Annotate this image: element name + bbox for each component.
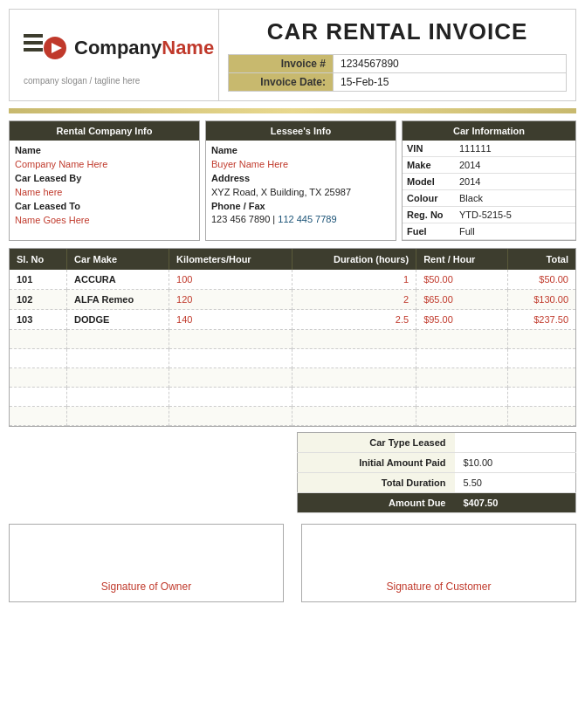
company-name-dark: Company — [74, 37, 162, 58]
table-cell-empty — [508, 330, 575, 349]
table-cell-empty — [292, 349, 416, 368]
table-row: 103DODGE1402.5$95.00$237.50 — [10, 310, 575, 330]
invoice-number-label: Invoice # — [229, 55, 334, 73]
main-table-header-row: Sl. No Car Make Kilometers/Hour Duration… — [10, 249, 575, 270]
car-info-label: VIN — [403, 141, 455, 157]
rental-leased-to-label-row: Car Leased To — [15, 200, 194, 212]
invoice-title: CAR RENTAL INVOICE — [267, 18, 528, 45]
table-cell-empty — [169, 388, 292, 407]
table-cell: 2 — [292, 290, 416, 310]
car-info-row: FuelFull — [403, 223, 575, 240]
table-cell: 2.5 — [292, 310, 416, 330]
table-cell: $237.50 — [508, 310, 575, 330]
car-info-value: 2014 — [455, 157, 575, 174]
logo-section: CompanyName company slogan / tagline her… — [10, 10, 219, 100]
invoice-details-table: Invoice # 1234567890 Invoice Date: 15-Fe… — [228, 54, 567, 92]
car-info-label: Colour — [403, 190, 455, 207]
table-cell-empty — [67, 349, 169, 368]
rental-info-header: Rental Company Info — [10, 121, 199, 141]
totals-car-type-value — [455, 433, 576, 453]
lessee-address-value-row: XYZ Road, X Building, TX 25987 — [211, 186, 390, 198]
table-cell-empty — [416, 368, 508, 388]
table-cell-empty — [292, 330, 416, 349]
main-table-body: 101ACCURA1001$50.00$50.00102ALFA Remeo12… — [10, 270, 575, 426]
table-row-empty — [10, 388, 575, 407]
lessee-name-label-row: Name — [211, 144, 390, 156]
table-cell-empty — [292, 368, 416, 388]
lessee-name-value-row: Buyer Name Here — [211, 158, 390, 170]
table-row: 101ACCURA1001$50.00$50.00 — [10, 270, 575, 290]
table-cell-empty — [292, 407, 416, 426]
table-cell-empty — [67, 330, 169, 349]
table-cell-empty — [416, 388, 508, 407]
info-sections: Rental Company Info Name Company Name He… — [9, 120, 576, 241]
lessee-name-label: Name — [211, 145, 237, 155]
table-cell-empty — [508, 368, 575, 388]
table-cell-empty — [169, 368, 292, 388]
company-name-red: Name — [162, 37, 214, 58]
totals-duration-row: Total Duration 5.50 — [298, 473, 576, 493]
totals-duration-label: Total Duration — [298, 473, 455, 493]
totals-duration-value: 5.50 — [455, 473, 576, 493]
svg-rect-2 — [24, 48, 43, 52]
lessee-address-value: XYZ Road, X Building, TX 25987 — [211, 187, 351, 197]
invoice-title-section: CAR RENTAL INVOICE Invoice # 1234567890 … — [219, 10, 575, 100]
rental-leased-to-value: Name Goes Here — [15, 215, 90, 225]
table-cell-empty — [67, 368, 169, 388]
table-cell-empty — [416, 349, 508, 368]
rental-name-value-row: Company Name Here — [15, 158, 194, 170]
totals-initial-row: Initial Amount Paid $10.00 — [298, 453, 576, 473]
col-total: Total — [508, 249, 575, 270]
lessee-name-value: Buyer Name Here — [211, 159, 288, 169]
rental-name-label: Name — [15, 145, 41, 155]
gold-divider — [9, 108, 576, 113]
totals-initial-label: Initial Amount Paid — [298, 453, 455, 473]
car-info-value: 2014 — [455, 174, 575, 190]
main-table-head: Sl. No Car Make Kilometers/Hour Duration… — [10, 249, 575, 270]
table-cell-empty — [508, 407, 575, 426]
table-cell-empty — [169, 349, 292, 368]
col-km-hour: Kilometers/Hour — [169, 249, 292, 270]
table-cell-empty — [67, 407, 169, 426]
table-cell-empty — [508, 349, 575, 368]
rental-leased-by-label-row: Car Leased By — [15, 172, 194, 184]
logo-icon — [22, 25, 67, 71]
col-duration: Duration (hours) — [292, 249, 416, 270]
rental-info-body: Name Company Name Here Car Leased By Nam… — [10, 141, 199, 231]
col-car-make: Car Make — [67, 249, 169, 270]
owner-signature-label: Signature of Owner — [101, 580, 191, 593]
table-row: 102ALFA Remeo1202$65.00$130.00 — [10, 290, 575, 310]
main-table: Sl. No Car Make Kilometers/Hour Duration… — [10, 249, 575, 426]
lessee-info-body: Name Buyer Name Here Address XYZ Road, X… — [206, 141, 396, 230]
table-cell: $50.00 — [508, 270, 575, 290]
car-info-row: Model2014 — [403, 174, 575, 190]
lessee-info-box: Lessee's Info Name Buyer Name Here Addre… — [205, 120, 396, 241]
logo-row: CompanyName — [22, 25, 214, 71]
invoice-header: CompanyName company slogan / tagline her… — [9, 9, 576, 101]
invoice-date-value: 15-Feb-15 — [334, 73, 567, 92]
company-tagline: company slogan / tagline here — [24, 76, 140, 86]
table-cell-empty — [508, 388, 575, 407]
table-cell: 103 — [10, 310, 67, 330]
lessee-phone-label-row: Phone / Fax — [211, 200, 390, 212]
car-info-value: YTD-5215-5 — [455, 207, 575, 223]
totals-section: Car Type Leased Initial Amount Paid $10.… — [9, 432, 576, 513]
totals-amount-due-row: Amount Due $407.50 — [298, 493, 576, 513]
totals-initial-value: $10.00 — [455, 453, 576, 473]
table-cell: 140 — [169, 310, 292, 330]
signature-section: Signature of Owner Signature of Customer — [9, 524, 576, 602]
lessee-phone-label: Phone / Fax — [211, 201, 265, 211]
rental-name-value: Company Name Here — [15, 159, 107, 169]
table-cell: $65.00 — [416, 290, 508, 310]
customer-signature-label: Signature of Customer — [386, 580, 491, 593]
invoice-number-value: 1234567890 — [334, 55, 567, 73]
totals-car-type-label: Car Type Leased — [298, 433, 455, 453]
table-cell-empty — [10, 388, 67, 407]
table-cell: 1 — [292, 270, 416, 290]
totals-amount-due-value: $407.50 — [455, 493, 576, 513]
main-table-wrapper: Sl. No Car Make Kilometers/Hour Duration… — [9, 248, 576, 427]
table-row-empty — [10, 407, 575, 426]
car-info-value: Full — [455, 223, 575, 240]
table-cell-empty — [10, 407, 67, 426]
lessee-phone-value1: 123 456 7890 — [211, 214, 270, 224]
